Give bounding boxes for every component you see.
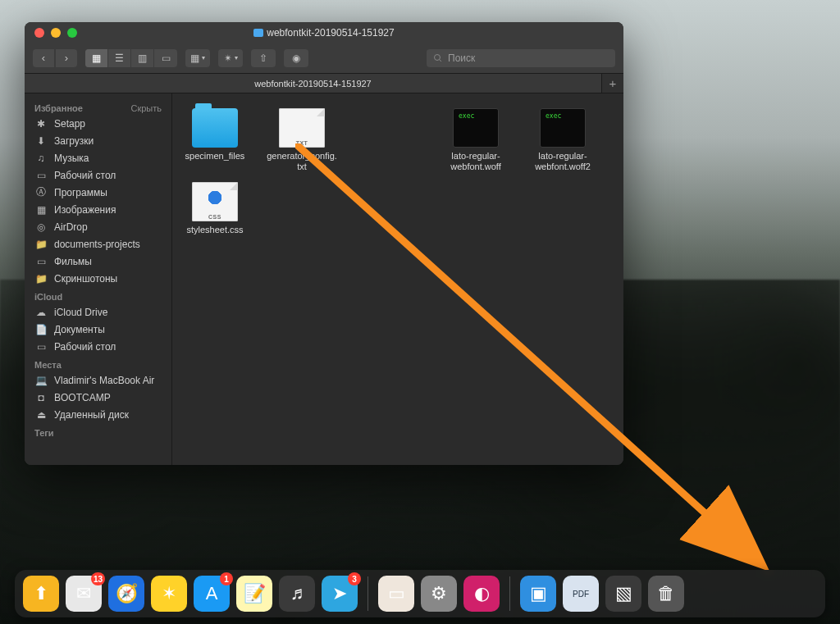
dock-telegram[interactable]: ➤3: [322, 576, 358, 612]
file-item[interactable]: execlato-regular-webfont.woff: [440, 108, 512, 172]
sidebar-item[interactable]: ⒶПрограммы: [25, 184, 171, 201]
movies-icon: ▭: [34, 256, 48, 267]
icon-view[interactable]: ▦: [85, 49, 108, 67]
dock-pdf[interactable]: PDF: [563, 576, 599, 612]
new-tab-button[interactable]: +: [602, 74, 623, 93]
sidebar-item-label: Скриншотоны: [54, 273, 117, 285]
sidebar-item-label: Документы: [54, 324, 105, 335]
sidebar-item[interactable]: ☁iCloud Drive: [25, 303, 171, 321]
sidebar-item-label: Загрузки: [54, 135, 94, 147]
sidebar-section-header: iCloud: [25, 287, 171, 303]
folder-icon: [253, 29, 263, 37]
share-button[interactable]: ⇧: [251, 49, 276, 67]
file-grid[interactable]: specimen_filesTXTgenerator_config.txtexe…: [172, 93, 623, 465]
css-file-icon: CSS: [192, 182, 238, 221]
dock-trash[interactable]: 🗑: [648, 576, 684, 612]
file-item[interactable]: TXTgenerator_config.txt: [266, 108, 338, 172]
laptop-icon: 💻: [34, 375, 48, 386]
arrange-button[interactable]: ▦ ▾: [185, 49, 210, 67]
tags-button[interactable]: ◉: [284, 49, 308, 67]
toolbar: ‹ › ▦ ☰ ▥ ▭ ▦ ▾ ✴ ▾ ⇧ ◉ Поиск: [25, 43, 623, 74]
dock-logic[interactable]: ♬: [279, 576, 315, 612]
sidebar-item[interactable]: ▭Рабочий стол: [25, 166, 171, 184]
dock-dropbox[interactable]: ▣: [520, 576, 556, 612]
sidebar-item[interactable]: ▭Фильмы: [25, 253, 171, 270]
column-view[interactable]: ▥: [131, 49, 154, 67]
dock: ⬆✉13🧭✶A1📝♬➤3▭⚙◐▣PDF▧🗑: [15, 570, 825, 617]
sidebar-item-label: iCloud Drive: [54, 307, 107, 318]
sidebar-item[interactable]: ◘BOOTCAMP: [25, 389, 171, 406]
dock-notes[interactable]: 📝: [236, 576, 272, 612]
badge: 13: [91, 572, 105, 585]
sidebar-item[interactable]: 📁Скриншотоны: [25, 270, 171, 287]
sidebar-item[interactable]: ⏏Удаленный диск: [25, 406, 171, 423]
dock-butterfly[interactable]: ✶: [151, 576, 187, 612]
sidebar-item[interactable]: ▦Изображения: [25, 201, 171, 218]
sidebar-item-label: Setapp: [54, 118, 85, 130]
dock-appstore[interactable]: A1: [194, 576, 230, 612]
dock-cleanmymac[interactable]: ◐: [463, 576, 500, 612]
sidebar-section-header: Места: [25, 355, 171, 371]
sidebar-item-label: BOOTCAMP: [54, 392, 111, 403]
badge: 3: [348, 572, 361, 585]
list-view[interactable]: ☰: [108, 49, 131, 67]
file-label: stylesheet.css: [186, 225, 243, 235]
folder-icon: [192, 108, 238, 148]
sidebar-item[interactable]: ♫Музыка: [25, 149, 171, 166]
images-icon: ▦: [34, 204, 48, 216]
sidebar-item[interactable]: 📁documents-projects: [25, 235, 171, 253]
dock-safari[interactable]: 🧭: [108, 576, 144, 612]
folder-icon: 📁: [34, 239, 48, 250]
sidebar-item-label: Изображения: [54, 204, 116, 216]
sidebar-item-label: AirDrop: [54, 221, 88, 233]
file-label: lato-regular-webfont.woff2: [527, 151, 598, 172]
sidebar-item[interactable]: ⬇Загрузки: [25, 132, 171, 149]
titlebar[interactable]: webfontkit-20190514-151927: [25, 22, 623, 43]
sidebar-item-label: Программы: [54, 187, 107, 198]
apps-icon: Ⓐ: [34, 187, 48, 198]
downloads-icon: ⬇: [34, 135, 48, 147]
file-item[interactable]: specimen_files: [179, 108, 251, 172]
disk-icon: ◘: [34, 392, 48, 403]
sidebar-section-header: Теги: [25, 423, 171, 440]
dock-separator: [368, 576, 368, 611]
action-button[interactable]: ✴ ▾: [218, 49, 243, 67]
sidebar-item-label: Vladimir's MacBook Air: [54, 375, 154, 386]
airdrop-icon: ◎: [34, 221, 48, 233]
tab[interactable]: webfontkit-20190514-151927: [25, 74, 602, 93]
minimize-button[interactable]: [51, 28, 61, 38]
sidebar-item[interactable]: 💻Vladimir's MacBook Air: [25, 371, 171, 389]
gallery-view[interactable]: ▭: [154, 49, 177, 67]
dock-settings[interactable]: ⚙: [421, 576, 457, 612]
file-item[interactable]: CSSstylesheet.css: [179, 182, 251, 235]
exec-icon: exec: [453, 108, 499, 148]
sidebar-item-label: Музыка: [54, 153, 89, 164]
dock-forklift[interactable]: ⬆: [23, 576, 59, 612]
dock-bear[interactable]: ▭: [378, 576, 414, 612]
sidebar: ИзбранноеСкрыть✱Setapp⬇Загрузки♫Музыка▭Р…: [25, 93, 172, 465]
dock-mail[interactable]: ✉13: [66, 576, 102, 612]
sidebar-section-header: ИзбранноеСкрыть: [25, 98, 171, 115]
sidebar-item[interactable]: ✱Setapp: [25, 115, 171, 132]
back-button[interactable]: ‹: [33, 49, 54, 67]
forward-button[interactable]: ›: [56, 49, 77, 67]
svg-line-1: [440, 59, 442, 61]
music-icon: ♫: [34, 153, 48, 164]
view-switcher[interactable]: ▦ ☰ ▥ ▭: [85, 49, 177, 67]
sidebar-item[interactable]: ◎AirDrop: [25, 218, 171, 235]
search-input[interactable]: Поиск: [427, 49, 615, 67]
desktop-icon: ▭: [34, 170, 48, 181]
sidebar-item[interactable]: ▭Рабочий стол: [25, 338, 171, 355]
sidebar-item-label: documents-projects: [54, 239, 140, 250]
file-label: specimen_files: [185, 151, 245, 162]
folder-icon: 📁: [34, 273, 48, 285]
sidebar-item[interactable]: 📄Документы: [25, 321, 171, 338]
sidebar-item-label: Рабочий стол: [54, 170, 116, 181]
docs-icon: 📄: [34, 324, 48, 335]
window-title: webfontkit-20190514-151927: [25, 27, 623, 39]
close-button[interactable]: [34, 28, 44, 38]
search-placeholder: Поиск: [448, 52, 475, 64]
dock-screenshot[interactable]: ▧: [605, 576, 641, 612]
file-item[interactable]: execlato-regular-webfont.woff2: [527, 108, 599, 172]
zoom-button[interactable]: [67, 28, 77, 38]
